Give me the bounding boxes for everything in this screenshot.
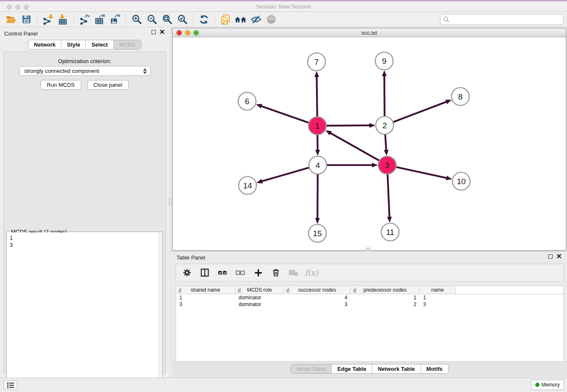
export-image-icon[interactable]	[107, 13, 123, 26]
graph-edge-1-7[interactable]	[317, 76, 317, 118]
show-eye-icon[interactable]	[264, 13, 279, 26]
refresh-layout-icon[interactable]	[196, 13, 212, 26]
toolbar-separator	[215, 14, 215, 25]
graph-node-7[interactable]: 7	[308, 53, 325, 71]
graph-edge-4-15[interactable]	[317, 173, 318, 219]
graph-node-3[interactable]: 3	[378, 156, 396, 174]
toolbar-separator	[37, 14, 37, 25]
close-panel-icon[interactable]: ✕	[160, 30, 165, 34]
tab-mcds[interactable]: MCDS	[113, 40, 141, 49]
optimization-criterion-label: Optimization criterion:	[4, 58, 165, 64]
select-all-checks-icon[interactable]	[217, 267, 228, 279]
graph-node-4[interactable]: 4	[309, 156, 327, 174]
table-row[interactable]: 1dominator411	[176, 294, 563, 301]
delete-table-icon[interactable]	[288, 267, 300, 279]
tab-network[interactable]: Network	[28, 40, 61, 49]
graph-edge-arrowhead	[256, 104, 262, 109]
tab-style[interactable]: Style	[61, 40, 85, 49]
column-header-successor-nodes[interactable]: successor nodes	[284, 286, 351, 294]
close-table-panel-icon[interactable]: ✕	[556, 254, 562, 259]
network-canvas[interactable]: 7968124314101511	[173, 37, 566, 250]
export-network-icon[interactable]	[77, 13, 92, 26]
mcds-result-text[interactable]: 1 3	[7, 232, 159, 392]
home-layout-icon[interactable]	[233, 13, 248, 26]
graph-edge-2-8[interactable]	[392, 102, 447, 122]
deselect-all-checks-icon[interactable]	[234, 267, 246, 279]
export-table-icon[interactable]	[92, 13, 107, 26]
graph-edge-2-9[interactable]	[384, 75, 385, 117]
panel-splitter-handle[interactable]	[169, 198, 172, 205]
float-table-panel-icon[interactable]	[548, 254, 553, 259]
hide-eye-icon[interactable]	[248, 13, 264, 26]
graph-edge-arrowhead	[445, 100, 451, 104]
column-header-MCDS-role[interactable]: MCDS role	[235, 286, 284, 294]
column-header-predecessor-nodes[interactable]: predecessor nodes	[351, 286, 420, 294]
column-header-name[interactable]: name	[420, 286, 456, 294]
graph-edge-2-3[interactable]	[385, 133, 386, 151]
graph-edge-3-10[interactable]	[395, 167, 447, 178]
graph-node-6[interactable]: 6	[238, 92, 256, 110]
graph-edge-3-1[interactable]	[330, 133, 380, 161]
table-splitter-handle[interactable]	[366, 248, 371, 251]
graph-node-1[interactable]: 1	[308, 117, 326, 135]
tab-node-table[interactable]: Node Table	[291, 364, 331, 373]
table-tabs-bar: Node Table Edge Table Network Table Moti…	[172, 361, 567, 376]
graph-node-label: 9	[382, 57, 387, 66]
open-folder-icon[interactable]	[3, 13, 19, 26]
graph-node-label: 6	[245, 97, 250, 106]
table-panel: Table Panel ✕	[172, 252, 567, 378]
graph-node-2[interactable]: 2	[376, 116, 394, 134]
tab-select[interactable]: Select	[85, 40, 113, 49]
select-stepper-icon	[143, 68, 147, 74]
graph-node-label: 2	[383, 121, 387, 130]
graph-edge-arrowhead	[315, 218, 320, 224]
import-table-icon[interactable]	[55, 13, 71, 26]
graph-edge-3-11[interactable]	[388, 173, 390, 218]
import-network-icon[interactable]	[40, 13, 55, 26]
tab-network-table[interactable]: Network Table	[372, 364, 421, 373]
graph-node-14[interactable]: 14	[239, 177, 256, 194]
search-input[interactable]	[440, 14, 564, 25]
node-table[interactable]: shared nameMCDS rolesuccessor nodesprede…	[176, 286, 564, 362]
graph-node-label: 1	[315, 121, 320, 130]
graph-edge-1-6[interactable]	[261, 106, 310, 123]
task-history-button[interactable]	[3, 380, 17, 390]
table-row[interactable]: 3dominator323	[176, 301, 563, 308]
network-files-icon[interactable]	[218, 13, 233, 26]
zoom-selected-icon[interactable]	[175, 13, 190, 26]
table-cell: 1	[176, 294, 235, 301]
table-cell: 1	[351, 294, 420, 301]
network-window-titlebar[interactable]: × − + scc.txt	[173, 28, 566, 37]
table-cell: 4	[284, 294, 351, 301]
toolbar-separator	[74, 14, 74, 25]
tab-edge-table[interactable]: Edge Table	[331, 364, 372, 373]
run-mcds-button[interactable]: Run MCDS	[41, 80, 81, 90]
graph-node-11[interactable]: 11	[381, 223, 399, 241]
close-panel-button[interactable]: Close panel	[87, 80, 129, 90]
table-settings-icon[interactable]	[181, 267, 193, 279]
zoom-out-icon[interactable]	[144, 13, 160, 26]
function-builder-icon[interactable]: f(x)	[306, 267, 317, 279]
zoom-fit-icon[interactable]	[160, 13, 175, 26]
zoom-in-icon[interactable]	[129, 13, 144, 26]
memory-label: Memory	[542, 382, 560, 388]
graph-node-10[interactable]: 10	[452, 172, 470, 190]
column-layout-icon[interactable]	[199, 267, 211, 279]
graph-edge-4-14[interactable]	[261, 167, 310, 181]
save-session-icon[interactable]	[19, 13, 34, 26]
control-panel: Control Panel ✕ Network Style Select MCD…	[0, 27, 169, 378]
memory-button[interactable]: Memory	[531, 380, 564, 390]
tab-motifs[interactable]: Motifs	[421, 364, 448, 373]
graph-edge-1-2[interactable]	[325, 125, 370, 126]
toolbar-search	[440, 14, 564, 25]
graph-edge-arrowhead	[372, 163, 378, 167]
graph-node-8[interactable]: 8	[451, 88, 469, 105]
graph-node-9[interactable]: 9	[375, 52, 393, 70]
add-column-icon[interactable]	[252, 267, 264, 279]
float-panel-icon[interactable]	[151, 30, 156, 34]
column-header-shared-name[interactable]: shared name	[176, 286, 235, 294]
result-scrollbar[interactable]	[159, 232, 162, 392]
criterion-select[interactable]: strongly connected component	[19, 66, 151, 76]
delete-column-icon[interactable]	[270, 267, 282, 279]
graph-node-15[interactable]: 15	[308, 224, 326, 242]
